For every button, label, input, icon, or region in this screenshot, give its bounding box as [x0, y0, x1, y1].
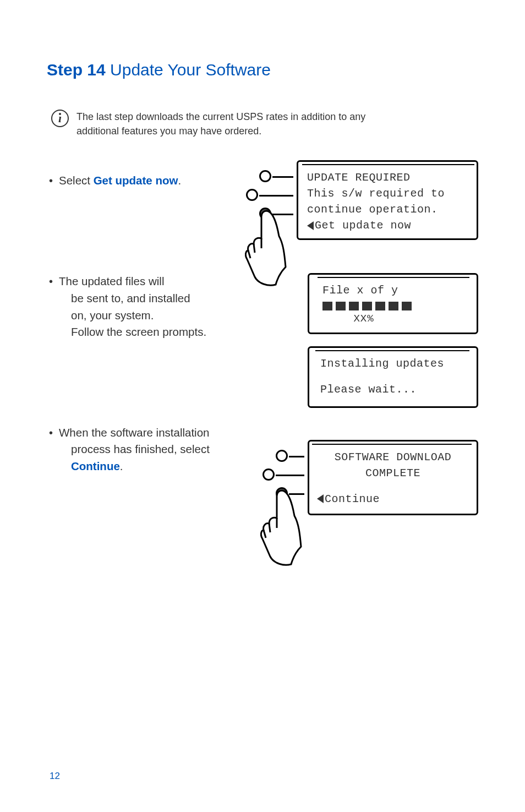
step1-text: Select Get update now.: [47, 172, 181, 189]
side-button-4a[interactable]: [276, 450, 288, 462]
step-block-1: Select Get update now. UPDATE REQUIRED T…: [47, 160, 478, 240]
s4-l2: COMPLETE: [317, 465, 469, 481]
s1-l3: continue operation.: [307, 201, 472, 217]
s2-l1: File x of y: [322, 282, 467, 298]
left-triangle-icon: [307, 221, 314, 230]
heading-bold: Step 14: [47, 61, 106, 79]
side-button-1[interactable]: [259, 170, 271, 182]
b2-l1: The updated files will: [59, 275, 164, 287]
s1-l4: Get update now: [315, 219, 411, 232]
step-block-3: When the software installation process h…: [47, 424, 478, 515]
screen-installing: Installing updates Please wait...: [308, 346, 478, 408]
s1-l1: UPDATE REQUIRED: [307, 170, 472, 186]
screen-file-progress: File x of y XX%: [308, 273, 478, 334]
s1-l4-row[interactable]: Get update now: [307, 217, 472, 233]
b2-l4: Follow the screen prompts.: [59, 324, 206, 341]
s4-l3: Continue: [325, 493, 380, 505]
info-text: The last step downloads the current USPS…: [76, 110, 365, 138]
progress-bar: [322, 302, 467, 310]
page-heading: Step 14 Update Your Software: [47, 61, 478, 79]
side-button-4b[interactable]: [262, 468, 275, 481]
s3-l2: Please wait...: [320, 382, 467, 397]
info-line2: additional features you may have ordered…: [76, 126, 261, 137]
step3-text: When the software installation process h…: [47, 424, 210, 475]
b2-l3: on, your system.: [59, 307, 206, 324]
hand-pointing-icon: [245, 205, 305, 288]
screen4-wrap: SOFTWARE DOWNLOAD COMPLETE Continue: [308, 440, 478, 515]
b2-l2: be sent to, and installed: [59, 290, 206, 307]
step2-text: The updated files will be sent to, and i…: [47, 273, 206, 341]
s4-l1: SOFTWARE DOWNLOAD: [317, 449, 469, 465]
hand-pointing-icon-2: [260, 485, 321, 568]
heading-rest: Update Your Software: [106, 61, 271, 79]
b1-highlight: Get update now: [94, 174, 178, 187]
side-button-2[interactable]: [246, 189, 258, 201]
s1-l2: This s/w required to: [307, 186, 472, 201]
info-line1: The last step downloads the current USPS…: [76, 111, 365, 122]
screen1-wrap: UPDATE REQUIRED This s/w required to con…: [297, 160, 478, 240]
b3-suffix: .: [120, 460, 123, 472]
b3-l2: process has finished, select: [59, 441, 210, 458]
info-icon: ı: [51, 110, 69, 127]
b3-hl: Continue: [71, 460, 120, 472]
b1-suffix: .: [178, 174, 181, 187]
s2-pct: XX%: [322, 312, 405, 327]
screen-download-complete: SOFTWARE DOWNLOAD COMPLETE Continue: [308, 440, 478, 515]
b1-prefix: Select: [59, 174, 94, 187]
screen-col-2: File x of y XX% Installing updates Pleas…: [308, 273, 478, 408]
s4-l3-row[interactable]: Continue: [317, 491, 469, 507]
step-block-2: The updated files will be sent to, and i…: [47, 273, 478, 408]
info-callout: ı The last step downloads the current US…: [51, 110, 478, 138]
screen-update-required: UPDATE REQUIRED This s/w required to con…: [297, 160, 478, 240]
page-number: 12: [50, 771, 60, 782]
s3-l1: Installing updates: [320, 356, 467, 372]
b3-l1: When the software installation: [59, 426, 209, 439]
